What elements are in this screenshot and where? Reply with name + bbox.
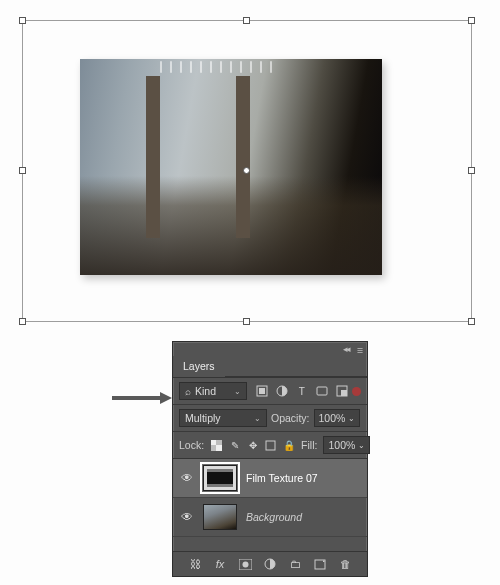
chevron-down-icon: ⌄: [234, 387, 241, 396]
svg-rect-9: [266, 441, 275, 450]
filter-toggle-switch[interactable]: [352, 387, 361, 396]
transform-bounding-box[interactable]: [22, 20, 472, 322]
chevron-down-icon: ⌄: [254, 414, 261, 423]
search-icon: ⌕: [185, 386, 191, 397]
filter-shape-icon[interactable]: [315, 385, 328, 398]
add-mask-icon[interactable]: [238, 557, 252, 571]
blend-mode-select[interactable]: Multiply ⌄: [179, 409, 267, 427]
lock-artboard-icon[interactable]: [264, 439, 277, 452]
layer-row[interactable]: 👁 Background: [173, 498, 367, 537]
transform-handle-top-right[interactable]: [468, 17, 475, 24]
layer-row[interactable]: 👁 Film Texture 07: [173, 459, 367, 498]
svg-point-11: [242, 561, 248, 567]
svg-rect-7: [211, 440, 216, 445]
svg-rect-8: [216, 445, 222, 451]
layers-panel-footer: ⛓ fx 🗀 🗑: [173, 551, 367, 576]
opacity-label: Opacity:: [271, 412, 310, 424]
transform-center-point[interactable]: [243, 167, 250, 174]
svg-rect-5: [341, 390, 347, 396]
new-adjustment-icon[interactable]: [263, 557, 277, 571]
lock-transparency-icon[interactable]: [210, 439, 223, 452]
filter-pixel-icon[interactable]: [255, 385, 268, 398]
lock-icons: ✎ ✥ 🔒: [210, 439, 295, 452]
svg-rect-1: [259, 388, 265, 394]
lock-label: Lock:: [179, 439, 204, 451]
opacity-field[interactable]: 100% ⌄: [314, 409, 361, 427]
transform-handle-bottom-right[interactable]: [468, 318, 475, 325]
layer-filter-row: ⌕ Kind ⌄ T: [173, 378, 367, 404]
tab-layers[interactable]: Layers: [173, 356, 225, 377]
layer-name[interactable]: Background: [246, 511, 360, 523]
transform-handle-mid-right[interactable]: [468, 167, 475, 174]
panel-menu-icon[interactable]: ≡: [357, 344, 363, 356]
transform-handle-mid-left[interactable]: [19, 167, 26, 174]
delete-layer-icon[interactable]: 🗑: [338, 557, 352, 571]
lock-all-icon[interactable]: 🔒: [282, 439, 295, 452]
filter-adjustment-icon[interactable]: [275, 385, 288, 398]
lock-image-icon[interactable]: ✎: [228, 439, 241, 452]
filter-smartobject-icon[interactable]: [335, 385, 348, 398]
layers-list: 👁 Film Texture 07 👁 Background: [173, 458, 367, 537]
fill-field[interactable]: 100% ⌄: [323, 436, 370, 454]
link-layers-icon[interactable]: ⛓: [188, 557, 202, 571]
chevron-down-icon: ⌄: [358, 441, 365, 450]
layer-name[interactable]: Film Texture 07: [246, 472, 360, 484]
panel-controls: ◂◂ ≡: [173, 342, 367, 356]
layer-thumbnail[interactable]: [203, 465, 237, 491]
panel-tabs: Layers: [173, 356, 367, 378]
new-group-icon[interactable]: 🗀: [288, 557, 302, 571]
blend-row: Multiply ⌄ Opacity: 100% ⌄: [173, 404, 367, 431]
filter-kind-select[interactable]: ⌕ Kind ⌄: [179, 382, 247, 400]
transform-handle-bottom-left[interactable]: [19, 318, 26, 325]
callout-arrow: [112, 392, 172, 404]
transform-handle-bottom-mid[interactable]: [243, 318, 250, 325]
new-layer-icon[interactable]: [313, 557, 327, 571]
opacity-value: 100%: [319, 412, 346, 424]
transform-handle-top-mid[interactable]: [243, 17, 250, 24]
lock-position-icon[interactable]: ✥: [246, 439, 259, 452]
layer-fx-icon[interactable]: fx: [213, 557, 227, 571]
visibility-toggle-icon[interactable]: 👁: [180, 510, 194, 524]
fill-value: 100%: [328, 439, 355, 451]
visibility-toggle-icon[interactable]: 👁: [180, 471, 194, 485]
filter-type-icon[interactable]: T: [295, 385, 308, 398]
blend-mode-value: Multiply: [185, 412, 221, 424]
filter-type-icons: T: [255, 385, 348, 398]
filter-kind-label: Kind: [195, 385, 216, 397]
lock-row: Lock: ✎ ✥ 🔒 Fill: 100% ⌄: [173, 431, 367, 458]
canvas-stage[interactable]: [22, 20, 472, 322]
layer-thumbnail[interactable]: [203, 504, 237, 530]
chevron-down-icon: ⌄: [348, 414, 355, 423]
svg-rect-3: [317, 387, 327, 395]
fill-label: Fill:: [301, 439, 317, 451]
layers-panel: ◂◂ ≡ Layers ⌕ Kind ⌄ T Multiply ⌄ Opacit…: [172, 341, 368, 577]
collapse-panel-icon[interactable]: ◂◂: [343, 344, 349, 356]
transform-handle-top-left[interactable]: [19, 17, 26, 24]
